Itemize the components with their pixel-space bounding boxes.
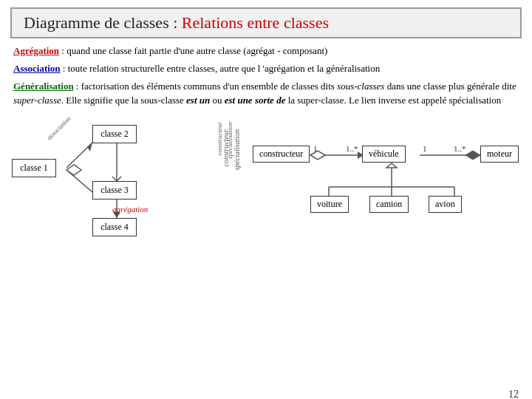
svg-marker-11 [466,151,480,160]
gen-est-une-sorte-de: est une sorte de [225,95,286,106]
agr-paragraph: Agrégation : quand une classe fait parti… [13,44,519,58]
assoc-term: Association [13,63,61,74]
assoc-diagram-label: association [45,115,72,141]
classe3-box: classe 3 [92,181,137,200]
assoc-text: : toute relation structurelle entre clas… [61,63,381,74]
svg-marker-17 [386,163,397,168]
avion-box: avion [429,196,462,213]
gen-text1: : factorisation des éléments communs d'u… [74,81,338,92]
page-number: 12 [508,389,519,399]
uml-left-diagram: constructeur spécialisation association … [7,115,214,233]
gen-sous-classes: sous-classes [337,81,384,92]
gen-text3: . Elle signifie que la sous-classe [61,95,186,106]
assoc-paragraph: Association : toute relation structurell… [13,62,519,75]
title-bar: Diagramme de classes : Relations entre c… [10,7,522,38]
moteur-box: moteur [480,146,519,163]
constructeur-box: constructeur [253,146,310,163]
slide-title: Diagramme de classes : Relations entre c… [24,13,508,33]
slide: Diagramme de classes : Relations entre c… [0,7,532,399]
svg-marker-1 [87,143,92,151]
uml-right-svg: 1 1..* 1 1..* [251,115,532,233]
gen-est-un: est un [186,95,210,106]
gen-text4: ou [210,95,225,106]
agr-diagram-label: agrégation [112,205,148,214]
svg-marker-6 [66,165,81,175]
svg-text:1: 1 [423,144,427,153]
classe4-box: classe 4 [92,218,137,236]
classe2-box: classe 2 [92,125,137,143]
agr-text: : quand une classe fait partie d'une aut… [59,45,327,56]
agr-term: Agrégation [13,45,59,56]
camion-box: camion [369,196,409,213]
svg-text:1..*: 1..* [346,144,358,153]
vertical-labels: constructeur spécialisation [214,115,236,225]
title-highlight: Relations entre classes [182,13,329,32]
title-prefix: Diagramme de classes : [24,13,182,32]
specialisation-vert-label: spécialisation [226,122,233,159]
constructeur-vert-label: constructeur [216,122,223,156]
gen-text2: dans une classe plus générale dite [384,81,516,92]
vehicule-box: véhicule [362,146,406,163]
gen-super-classe: super-classe [13,95,61,106]
gen-term: Généralisation [13,81,74,92]
svg-text:1..*: 1..* [454,144,466,153]
content-area: Agrégation : quand une classe fait parti… [0,44,532,107]
svg-marker-9 [310,151,325,160]
svg-line-2 [66,170,92,192]
voiture-box: voiture [310,196,349,213]
svg-line-0 [66,143,92,168]
gen-text5: la super-classe. Le lien inverse est app… [285,95,501,106]
gen-paragraph: Généralisation : factorisation des éléme… [13,80,519,106]
diagram-area: constructeur spécialisation association … [0,115,532,233]
classe1-box: classe 1 [12,159,56,177]
uml-right-diagram: 1 1..* 1 1..* constructeur véhicule mote… [251,115,532,233]
svg-text:1: 1 [313,144,318,153]
